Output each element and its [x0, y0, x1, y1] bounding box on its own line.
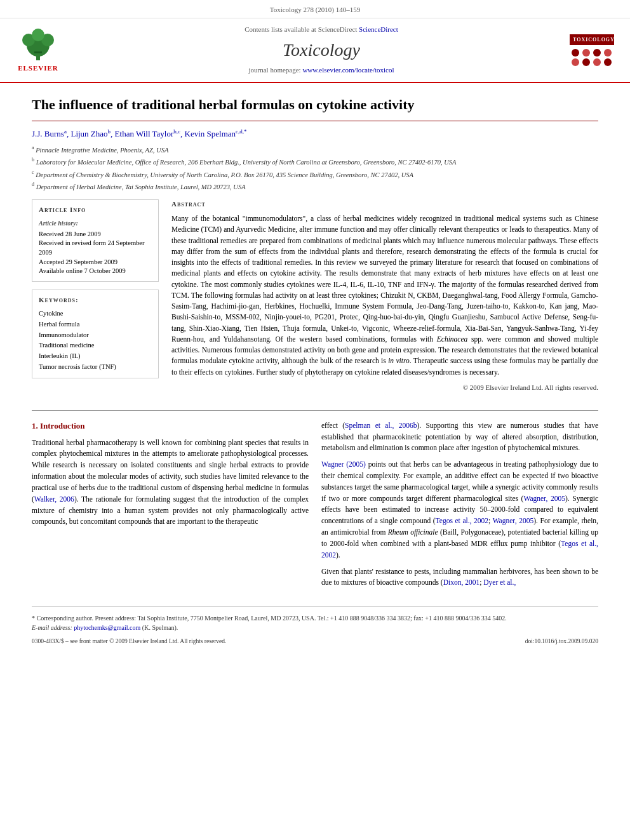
- elsevier-logo: ELSEVIER: [13, 27, 64, 74]
- received-date: Received 28 June 2009: [39, 230, 152, 239]
- body-left-column: 1. Introduction Traditional herbal pharm…: [32, 420, 309, 594]
- keyword-cytokine: Cytokine: [39, 309, 152, 319]
- main-content: The influence of traditional herbal form…: [0, 83, 630, 659]
- tox-dot-1: [572, 49, 579, 57]
- revised-date: Received in revised form 24 September 20…: [39, 239, 152, 257]
- tox-dot-8: [604, 58, 612, 66]
- footnote-corresponding: * Corresponding author. Present address:…: [32, 613, 598, 623]
- footer-bottom: 0300-483X/$ – see front matter © 2009 El…: [32, 637, 598, 646]
- wagner-2005-link[interactable]: Wagner (2005): [321, 460, 366, 468]
- body-para-1: Traditional herbal pharmacotherapy is we…: [32, 437, 309, 528]
- authors-line: J.J. Burnsa, Lijun Zhaob, Ethan Will Tay…: [32, 128, 598, 140]
- tox-dot-6: [582, 58, 590, 66]
- elsevier-tree-icon: [19, 27, 57, 62]
- svg-rect-5: [34, 51, 42, 53]
- available-date: Available online 7 October 2009: [39, 267, 152, 276]
- tegos-2002-link-2[interactable]: Tegos et al., 2002: [321, 540, 598, 559]
- copyright-line: © 2009 Elsevier Ireland Ltd. All rights …: [171, 383, 598, 393]
- article-title: The influence of traditional herbal form…: [32, 96, 598, 121]
- journal-homepage: journal homepage: www.elsevier.com/locat…: [76, 65, 566, 76]
- top-bar: Toxicology 278 (2010) 140–159: [0, 0, 630, 18]
- tox-dot-4: [604, 49, 612, 57]
- elsevier-label: ELSEVIER: [18, 63, 58, 74]
- article-history-label: Article history:: [39, 219, 152, 229]
- tegos-2002-link[interactable]: Tegos et al., 2002: [436, 517, 488, 524]
- keywords-box: Keywords: Cytokine Herbal formula Immuno…: [32, 290, 159, 378]
- section1-number: 1.: [32, 421, 40, 430]
- page-footer: * Corresponding author. Present address:…: [32, 606, 598, 646]
- email-link[interactable]: phytochemks@gmail.com: [74, 624, 140, 631]
- journal-citation: Toxicology 278 (2010) 140–159: [270, 6, 361, 13]
- keyword-herbal: Herbal formula: [39, 319, 152, 330]
- tox-dot-7: [593, 58, 601, 66]
- keyword-immunomodulator: Immunomodulator: [39, 330, 152, 341]
- abstract-section: Abstract Many of the botanical "immunomo…: [171, 199, 598, 393]
- sciencedirect-link[interactable]: ScienceDirect: [359, 25, 398, 33]
- toxicology-badge-label: TOXICOLOGY: [570, 34, 614, 46]
- journal-homepage-link[interactable]: www.elsevier.com/locate/toxicol: [302, 66, 394, 74]
- article-info-box: Article Info Article history: Received 2…: [32, 199, 159, 282]
- article-info-title: Article Info: [39, 205, 152, 215]
- body-para-2: effect (Spelman et al., 2006b). Supporti…: [321, 420, 598, 454]
- section1-heading: 1. Introduction: [32, 420, 309, 432]
- keyword-tnf: Tumor necrosis factor (TNF): [39, 362, 152, 373]
- abstract-text: Many of the botanical "immunomodulators"…: [171, 213, 598, 378]
- abstract-title: Abstract: [171, 199, 598, 210]
- body-para-3: Wagner (2005) points out that herbs can …: [321, 459, 598, 561]
- footnote-email: E-mail address: phytochemks@gmail.com (K…: [32, 623, 598, 632]
- section-divider: [32, 410, 598, 411]
- toxicology-badge: TOXICOLOGY: [566, 34, 617, 67]
- tox-dots: [572, 49, 613, 66]
- article-meta-section: Article Info Article history: Received 2…: [32, 199, 598, 401]
- keyword-interleukin: Interleukin (IL): [39, 351, 152, 362]
- tox-dot-3: [593, 49, 601, 57]
- keywords-title: Keywords:: [39, 295, 152, 305]
- doi-line: doi:10.1016/j.tox.2009.09.020: [525, 637, 598, 646]
- journal-center: Contents lists available at ScienceDirec…: [76, 25, 566, 76]
- tox-dot-2: [582, 49, 590, 57]
- body-right-column: effect (Spelman et al., 2006b). Supporti…: [321, 420, 598, 594]
- sciencedirect-line: Contents lists available at ScienceDirec…: [76, 25, 566, 35]
- journal-header: ELSEVIER Contents lists available at Sci…: [0, 18, 630, 83]
- body-content: 1. Introduction Traditional herbal pharm…: [32, 420, 598, 594]
- walker-2006-link[interactable]: Walker, 2006: [34, 495, 74, 503]
- spelman-2006b-link[interactable]: Spelman et al., 2006b: [345, 422, 417, 429]
- journal-title: Toxicology: [76, 37, 566, 63]
- accepted-date: Accepted 29 September 2009: [39, 258, 152, 267]
- body-para-4: Given that plants' resistance to pests, …: [321, 566, 598, 589]
- dyer-link[interactable]: Dyer et al.,: [483, 578, 516, 586]
- left-column: Article Info Article history: Received 2…: [32, 199, 159, 401]
- issn-line: 0300-483X/$ – see front matter © 2009 El…: [32, 637, 226, 646]
- wagner-2005-link-2[interactable]: Wagner, 2005: [523, 495, 565, 502]
- affiliations: a Pinnacle Integrative Medicine, Phoenix…: [32, 144, 598, 192]
- tox-dot-5: [572, 58, 579, 66]
- svg-point-4: [32, 29, 44, 41]
- right-column: Abstract Many of the botanical "immunomo…: [171, 199, 598, 401]
- keyword-traditional: Traditional medicine: [39, 340, 152, 351]
- wagner-2005-link-3[interactable]: Wagner, 2005: [493, 517, 534, 524]
- dixon-2001-link[interactable]: Dixon, 2001: [443, 578, 480, 586]
